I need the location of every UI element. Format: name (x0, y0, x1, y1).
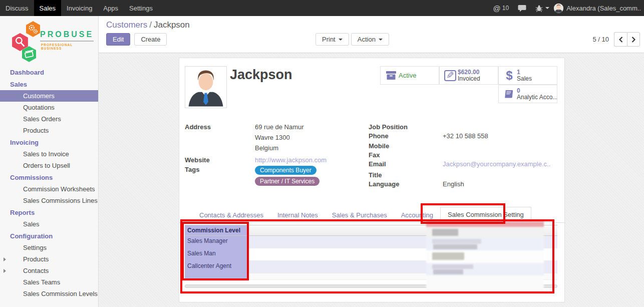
expand-arrow-icon[interactable] (4, 269, 6, 273)
sidebar-item-config-contacts[interactable]: Contacts (0, 265, 98, 276)
logo-title: PROBUSE (40, 30, 94, 42)
archive-icon (384, 71, 399, 80)
pager-next-button[interactable] (627, 32, 640, 47)
menu-sales[interactable]: Sales (34, 0, 62, 16)
tab-sales-purchases[interactable]: Sales & Purchases (325, 208, 394, 223)
sidebar-item-label: Products (23, 255, 49, 263)
language-value: English (443, 180, 560, 188)
tag-components-buyer[interactable]: Components Buyer (255, 166, 316, 175)
tab-accounting[interactable]: Accounting (394, 208, 440, 223)
invoiced-amount: $620.00 (458, 69, 479, 76)
sidebar-item-config-products[interactable]: Products (0, 253, 98, 265)
print-label: Print (322, 36, 336, 43)
sidebar-item-sales-commissions-lines[interactable]: Sales Commissions Lines (0, 195, 98, 206)
sidebar-item-products[interactable]: Products (0, 125, 98, 136)
mention-count: 10 (502, 5, 509, 12)
bug-icon (535, 5, 543, 12)
sidebar-item-customers[interactable]: Customers (0, 90, 98, 102)
create-button[interactable]: Create (134, 33, 167, 46)
tab-contacts-addresses[interactable]: Contacts & Addresses (192, 208, 270, 223)
commission-level-cell[interactable]: Sales Man (185, 248, 247, 261)
invoiced-stat-button[interactable]: ✎ $620.00Invoiced (439, 66, 498, 85)
app-menu: Discuss Sales Invoicing Apps Settings (0, 0, 158, 16)
analytic-accounts-stat-button[interactable]: 0Analytic Acco... (498, 85, 557, 103)
action-dropdown-button[interactable]: Action (351, 33, 389, 46)
print-dropdown-button[interactable]: Print (315, 33, 349, 46)
chevron-down-icon (545, 7, 549, 9)
commission-level-cell[interactable]: Callcenter Agent (185, 261, 247, 273)
breadcrumb-customers[interactable]: Customers (106, 20, 147, 30)
sidebar-item-reports-sales[interactable]: Sales (0, 218, 98, 230)
pager-previous-button[interactable] (614, 32, 627, 47)
sidebar-nav: Dashboard Sales Customers Quotations Sal… (0, 66, 98, 299)
job-position-label: Job Position (369, 123, 443, 131)
fax-value (443, 151, 560, 159)
sidebar: PROBUSE PROFESSIONAL BUSINESS Dashboard … (0, 16, 99, 307)
breadcrumb: Customers/Jackpson (106, 20, 190, 30)
chevron-down-icon (339, 39, 343, 41)
sidebar-item-orders-to-upsell[interactable]: Orders to Upsell (0, 160, 98, 171)
language-label: Language (369, 180, 443, 188)
sales-stat-button[interactable]: $ 1Sales (498, 66, 557, 85)
debug-menu[interactable] (531, 0, 554, 16)
user-avatar[interactable] (554, 4, 563, 13)
active-status-label: Active (399, 72, 416, 79)
sales-label: Sales (517, 75, 532, 82)
tag-partner-it-services[interactable]: Partner / IT Services (255, 177, 319, 186)
sidebar-item-quotations[interactable]: Quotations (0, 102, 98, 113)
analytic-count: 0 (517, 87, 520, 94)
sidebar-section-sales[interactable]: Sales (0, 78, 98, 90)
pager-counter: 5 / 10 (592, 36, 609, 43)
edit-button[interactable]: Edit (106, 33, 130, 46)
sales-count: 1 (517, 69, 520, 76)
sidebar-section-reports[interactable]: Reports (0, 206, 98, 218)
menu-apps[interactable]: Apps (98, 0, 124, 16)
sidebar-item-commission-worksheets[interactable]: Commission Worksheets (0, 183, 98, 195)
address-value: 69 rue de Namur Wavre 1300 Belgium (255, 123, 365, 155)
sidebar-item-sales-to-invoice[interactable]: Sales to Invoice (0, 148, 98, 160)
sidebar-section-commissions[interactable]: Commissions (0, 171, 98, 183)
phone-label: Phone (369, 132, 443, 140)
menu-invoicing[interactable]: Invoicing (61, 0, 98, 16)
sidebar-item-settings[interactable]: Settings (0, 242, 98, 253)
redacted-values-region (426, 221, 544, 292)
mobile-label: Mobile (369, 142, 443, 150)
mentions-counter[interactable]: @ 10 (489, 0, 514, 16)
expand-arrow-icon[interactable] (4, 257, 6, 261)
menu-discuss[interactable]: Discuss (0, 0, 34, 16)
pencil-icon: ✎ (443, 70, 458, 81)
email-link[interactable]: Jackpson@yourcompany.example.c.. (443, 160, 560, 168)
commission-level-header[interactable]: Commission Level (185, 225, 247, 235)
messages-icon[interactable] (513, 0, 531, 16)
sidebar-item-label: Contacts (23, 267, 49, 274)
menu-settings[interactable]: Settings (124, 0, 158, 16)
top-navbar: Discuss Sales Invoicing Apps Settings @ … (0, 0, 644, 16)
invoiced-label: Invoiced (458, 75, 480, 82)
commission-level-cell[interactable]: Sales Manager (185, 236, 247, 248)
logo-subtitle: PROFESSIONAL BUSINESS (41, 43, 91, 50)
sidebar-section-invoicing[interactable]: Invoicing (0, 136, 98, 148)
record-sheet: Jackpson Active ✎ $620.00Invoiced $ 1Sal… (179, 58, 565, 302)
breadcrumb-current: Jackpson (154, 20, 190, 30)
tab-sales-commission-setting[interactable]: Sales Commission Setting (440, 207, 531, 223)
dollar-icon: $ (502, 69, 517, 83)
sidebar-item-sales-teams[interactable]: Sales Teams (0, 276, 98, 288)
right-field-column: Job Position Phone+32 10 588 558 Mobile … (369, 123, 560, 189)
sidebar-item-dashboard[interactable]: Dashboard (0, 66, 98, 78)
probuse-logo[interactable]: PROBUSE PROFESSIONAL BUSINESS (11, 22, 91, 61)
user-name[interactable]: Alexandra (Sales_comm.. (566, 5, 641, 12)
chevron-right-icon (631, 37, 636, 43)
website-link[interactable]: http://www.jackpson.com (255, 156, 365, 164)
logo-hexagon-gears-icon (26, 21, 40, 37)
active-stat-button[interactable]: Active (380, 66, 439, 85)
control-panel: Customers/Jackpson Edit Create Print Act… (99, 16, 644, 53)
at-icon: @ (493, 4, 501, 13)
customer-photo[interactable] (185, 66, 227, 108)
tab-internal-notes[interactable]: Internal Notes (270, 208, 325, 223)
sidebar-section-configuration[interactable]: Configuration (0, 230, 98, 242)
sidebar-item-sales-orders[interactable]: Sales Orders (0, 113, 98, 125)
sidebar-item-sales-commission-levels[interactable]: Sales Commission Levels (0, 288, 98, 299)
book-icon (502, 89, 517, 99)
topbar-spacer (158, 0, 489, 16)
breadcrumb-separator: / (147, 20, 154, 30)
